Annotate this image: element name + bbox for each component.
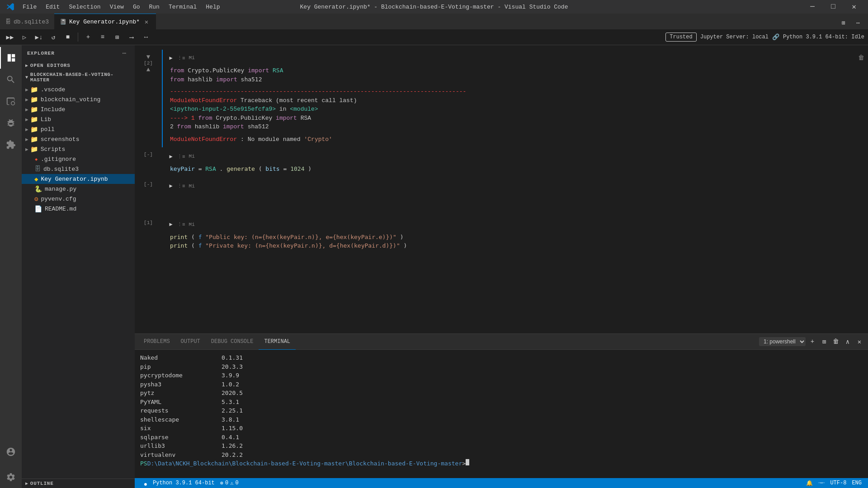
notifications-status[interactable]: 🔔	[803, 478, 816, 488]
debug-console-tab[interactable]: DEBUG CONSOLE	[206, 334, 259, 350]
tab-keygen-label: Key Generator.ipynb*	[69, 19, 140, 25]
python-version-info[interactable]: Python 3.9.1 64-bit: Idle	[783, 34, 864, 40]
split-terminal-button[interactable]: ⊞	[819, 337, 829, 347]
tab-split-button[interactable]: ⊞	[837, 17, 850, 29]
folder-screenshots[interactable]: ▶ 📁 screenshots	[22, 134, 135, 144]
add-cell-button[interactable]: +	[82, 31, 94, 43]
remote-icon[interactable]	[138, 478, 150, 488]
terminal-tab[interactable]: TERMINAL	[259, 334, 296, 350]
sha512-l2: sha512	[248, 123, 269, 130]
folder-lib[interactable]: ▶ 📁 Lib	[22, 114, 135, 124]
terminal-collapse-button[interactable]: ∧	[843, 337, 853, 347]
cell-minus2-code[interactable]	[163, 192, 868, 214]
traceback-line2: 2 from hashlib import sha512	[170, 122, 861, 131]
cell-1-options[interactable]: ⋮≡	[177, 221, 185, 227]
toggle-output-button[interactable]: ⊞	[111, 31, 123, 43]
file-manage-py[interactable]: 🐍 manage.py	[22, 184, 135, 194]
folder-vscode[interactable]: ▶ 📁 .vscode	[22, 84, 135, 94]
cell-2-collapse[interactable]: ▼	[145, 53, 152, 61]
problems-tab[interactable]: PROBLEMS	[138, 334, 175, 350]
cell-2-delete[interactable]: 🗑	[858, 54, 864, 61]
cell-1-run[interactable]: ▶	[166, 220, 175, 229]
terminal-content[interactable]: Naked 0.1.31 pip 20.3.3 pycryptodome 3.9…	[135, 350, 868, 478]
cell-minus1-code[interactable]: keyPair = RSA . generate ( bits = 1024 )	[163, 163, 868, 175]
stop-button[interactable]: ■	[61, 31, 74, 43]
tab-keygenerator[interactable]: 📓 Key Generator.ipynb* ✕	[54, 14, 156, 29]
tab-more-button[interactable]: ⋯	[852, 17, 864, 29]
cell-2-run[interactable]: ▶	[166, 53, 175, 62]
cell-minus1-mi[interactable]: Mi	[189, 154, 195, 159]
generate-fn: generate	[226, 165, 255, 172]
cell-1-mi[interactable]: Mi	[189, 222, 195, 227]
run-above-button[interactable]: ▷	[18, 31, 31, 43]
run-all-button[interactable]: ▶▶	[4, 31, 16, 43]
activity-explorer[interactable]	[0, 47, 22, 69]
scroll-button[interactable]: ⟶	[125, 31, 138, 43]
cell-1-code[interactable]: print ( f "Public key: (n={hex(keyPair.n…	[163, 231, 868, 252]
menu-terminal[interactable]: Terminal	[165, 2, 200, 12]
tab-close-button[interactable]: ✕	[142, 18, 151, 26]
menu-view[interactable]: View	[106, 2, 127, 12]
db-file-icon: 🗄	[34, 165, 41, 173]
activity-extensions[interactable]	[0, 134, 22, 155]
menu-go[interactable]: Go	[129, 2, 144, 12]
cell-2-mi[interactable]: Mi	[189, 55, 195, 61]
cell-2-code[interactable]: from Crypto.PublicKey import RSA from ha…	[163, 64, 868, 85]
activity-account[interactable]	[0, 441, 22, 463]
restart-button[interactable]: ↺	[47, 31, 60, 43]
activity-debug[interactable]	[0, 112, 22, 134]
cell-minus2-run[interactable]: ▶	[166, 182, 175, 191]
folder-poll[interactable]: ▶ 📁 poll	[22, 124, 135, 134]
new-file-button[interactable]: ⋯	[119, 48, 129, 58]
folder-blockchain-voting[interactable]: ▶ 📁 blockchain_voting	[22, 94, 135, 104]
folder-scripts[interactable]: ▶ 📁 Scripts	[22, 144, 135, 154]
cell-minus2-options[interactable]: ⋮≡	[177, 183, 185, 189]
project-section[interactable]: ▼ BLOCKCHAIN-BASED-E-VOTING-MASTER	[22, 70, 135, 84]
live-share-status[interactable]: →←	[816, 478, 827, 488]
delete-terminal-button[interactable]: 🗑	[831, 337, 841, 347]
shell-selector[interactable]: 1: powershell	[759, 337, 806, 346]
menu-help[interactable]: Help	[202, 2, 223, 12]
cell-minus1-options[interactable]: ⋮≡	[177, 154, 185, 160]
file-gitignore[interactable]: ⬥ .gitignore	[22, 154, 135, 164]
file-readme-md[interactable]: 📄 README.md	[22, 204, 135, 214]
python-status[interactable]: Python 3.9.1 64-bit	[150, 478, 217, 488]
folder-include[interactable]: ▶ 📁 Include	[22, 104, 135, 114]
toggle-cells-button[interactable]: ≡	[96, 31, 109, 43]
run-below-button[interactable]: ▶↓	[33, 31, 45, 43]
menu-edit[interactable]: Edit	[42, 2, 63, 12]
activity-settings[interactable]	[0, 466, 22, 488]
cell-2-collapse-bottom[interactable]: ▲	[145, 66, 152, 73]
cell-minus2-mi[interactable]: Mi	[189, 183, 195, 189]
menu-selection[interactable]: Selection	[65, 2, 104, 12]
activity-search[interactable]	[0, 69, 22, 90]
terminal-close-button[interactable]: ✕	[854, 337, 864, 347]
folder-include-label: Include	[41, 106, 66, 113]
close-button[interactable]: ✕	[844, 0, 864, 14]
project-chevron: ▼	[25, 75, 28, 80]
notebook-content[interactable]: ▼ [2] ▲ ▶ ⋮≡ Mi 🗑 from Crypto.PublicKey …	[135, 45, 868, 333]
file-keygenerator[interactable]: ◆ Key Generator.ipynb +	[22, 174, 135, 184]
tab-db-sqlite3[interactable]: 🗄 db.sqlite3	[0, 14, 54, 29]
output-tab[interactable]: OUTPUT	[175, 334, 206, 350]
file-db-sqlite3[interactable]: 🗄 db.sqlite3	[22, 164, 135, 174]
jupyter-server-info[interactable]: Jupyter Server: local	[700, 34, 769, 40]
errors-status[interactable]: ⊗ 0 ⚠ 0	[217, 478, 241, 488]
open-editors-section[interactable]: ▶ Open Editors	[22, 61, 135, 70]
split-button[interactable]: ↔	[140, 31, 152, 43]
trusted-badge[interactable]: Trusted	[665, 33, 696, 42]
encoding-status[interactable]: UTF-8	[827, 478, 849, 488]
maximize-button[interactable]: □	[823, 0, 844, 14]
cell-2-options[interactable]: ⋮≡	[177, 55, 185, 61]
menu-run[interactable]: Run	[145, 2, 163, 12]
activity-scm[interactable]	[0, 90, 22, 112]
str2: "Private key: (n={hex(keyPair.n)}, d={he…	[205, 242, 400, 249]
minimize-button[interactable]: ─	[802, 0, 823, 14]
cell-minus1-run[interactable]: ▶	[166, 152, 175, 161]
language-status[interactable]: ENG	[849, 478, 864, 488]
add-terminal-button[interactable]: +	[807, 337, 817, 347]
file-pyvenv-cfg[interactable]: ⚙ pyvenv.cfg	[22, 194, 135, 204]
menu-file[interactable]: File	[19, 2, 40, 12]
outline-header[interactable]: ▶ Outline	[22, 479, 135, 488]
file-pyvenv-label: pyvenv.cfg	[41, 196, 76, 202]
